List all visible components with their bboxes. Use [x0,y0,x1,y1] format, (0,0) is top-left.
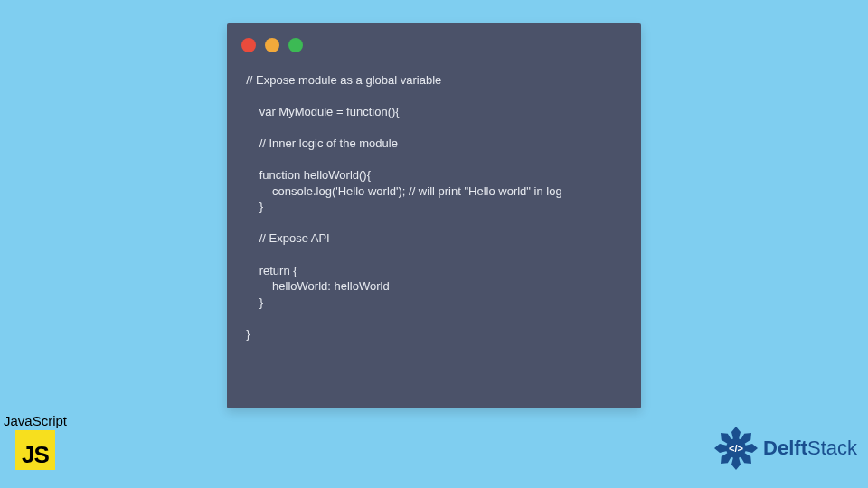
svg-text:</>: </> [729,443,743,454]
code-content: // Expose module as a global variable va… [227,52,641,354]
close-dot-icon [241,38,256,52]
javascript-icon-text: JS [22,441,49,469]
code-window: // Expose module as a global variable va… [227,23,641,408]
javascript-icon: JS [15,430,55,470]
delftstack-text: DelftStack [763,436,857,460]
delftstack-brand: </> DelftStack [712,425,857,472]
window-titlebar [227,23,641,52]
javascript-badge: JavaScript JS [4,413,67,470]
minimize-dot-icon [265,38,279,52]
brand-rest: Stack [807,436,857,459]
brand-bold: Delft [763,436,807,459]
javascript-label: JavaScript [4,413,67,428]
delftstack-icon: </> [712,425,760,472]
maximize-dot-icon [288,38,303,52]
